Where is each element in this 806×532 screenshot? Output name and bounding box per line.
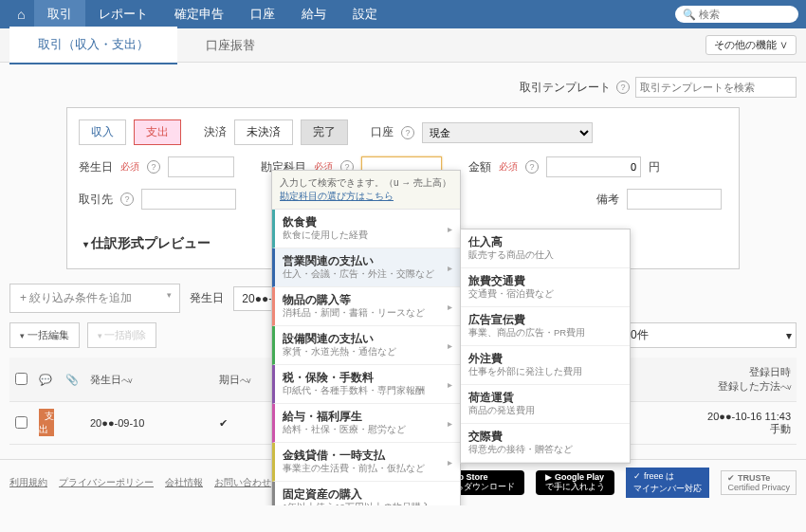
col-date[interactable]: 発生日 (84, 358, 213, 402)
home-icon[interactable]: ⌂ (8, 7, 34, 22)
truste-badge[interactable]: ✔ TRUSTeCertified Privacy (721, 470, 797, 495)
nav-transactions[interactable]: 取引 (34, 0, 85, 29)
nav-accounts[interactable]: 口座 (237, 0, 288, 29)
nav-tax[interactable]: 確定申告 (161, 0, 237, 29)
footer-link[interactable]: お問い合わせ (214, 476, 271, 489)
bulk-delete-button[interactable]: 一括削除 (87, 322, 157, 348)
dropdown-item[interactable]: 設備関連の支払い家賃・水道光熱・通信など▸ (272, 326, 460, 365)
help-icon[interactable]: ? (616, 81, 630, 94)
subject-submenu: 仕入高販売する商品の仕入旅費交通費交通費・宿泊費など広告宣伝費事業、商品の広告・… (460, 229, 631, 464)
income-button[interactable]: 収入 (79, 119, 126, 145)
dropdown-item[interactable]: 金銭貸借・一時支払事業主の生活費・前払・仮払など▸ (272, 443, 460, 482)
amount-label: 金額 (468, 159, 491, 175)
row-checkbox[interactable] (15, 416, 27, 429)
amount-input[interactable] (546, 156, 641, 177)
footer-link[interactable]: 会社情報 (165, 476, 203, 489)
partner-input[interactable] (141, 189, 236, 210)
dropdown-item[interactable]: 税・保険・手数料印紙代・各種手数料・専門家報酬▸ (272, 365, 460, 404)
date-input[interactable] (168, 156, 234, 177)
chevron-right-icon: ▸ (448, 379, 452, 390)
col-comment[interactable]: 💬 (33, 358, 60, 402)
note-label: 備考 (596, 192, 619, 208)
submenu-item[interactable]: 荷造運賃商品の発送費用 (461, 385, 630, 424)
chevron-right-icon: ▸ (448, 263, 452, 273)
expense-button[interactable]: 支出 (134, 119, 181, 145)
nav-reports[interactable]: レポート (85, 0, 161, 29)
account-select[interactable]: 現金 (422, 122, 593, 143)
submenu-item[interactable]: 外注費仕事を外部に発注した費用 (461, 346, 630, 385)
template-search-input[interactable] (635, 77, 797, 98)
global-search[interactable]: 🔍 (675, 6, 798, 23)
help-icon[interactable]: ? (120, 193, 134, 206)
footer-link[interactable]: 利用規約 (9, 476, 47, 489)
bulk-edit-button[interactable]: 一括編集 (9, 322, 80, 348)
check-icon: ✔ (219, 417, 228, 429)
per-page-select[interactable]: 0件▾ (626, 322, 797, 348)
note-input[interactable] (627, 189, 722, 210)
select-all-checkbox[interactable] (15, 373, 27, 385)
other-operations-button[interactable]: その他の機能 ∨ (705, 35, 797, 55)
mynumber-badge[interactable]: ✓ freee はマイナンバー対応 (626, 468, 709, 498)
transaction-form: 収入 支出 決済 未決済 完了 口座 ? 現金 発生日 必須 ? 勘定科目 必須… (66, 107, 740, 269)
expense-badge: 支出 (39, 409, 54, 436)
googleplay-badge[interactable]: ▶ Google Playで手に入れよう (536, 470, 614, 495)
dropdown-item[interactable]: 飲食費飲食に使用した経費▸ (272, 210, 460, 248)
chevron-right-icon: ▸ (448, 418, 452, 429)
search-input[interactable] (699, 9, 794, 20)
required-badge: 必須 (499, 160, 518, 174)
help-icon[interactable]: ? (401, 126, 414, 139)
template-label: 取引テンプレート (520, 80, 611, 96)
chevron-right-icon: ▸ (448, 340, 452, 351)
dropdown-item[interactable]: 物品の購入等消耗品・新聞・書籍・リースなど▸ (272, 287, 460, 326)
tab-transfer[interactable]: 口座振替 (177, 28, 284, 64)
dropdown-item[interactable]: 給与・福利厚生給料・社保・医療・慰労など▸ (272, 404, 460, 443)
chevron-right-icon: ▸ (448, 457, 452, 468)
partner-label: 取引先 (79, 192, 113, 208)
col-attach[interactable]: 📎 (60, 358, 84, 402)
help-icon[interactable]: ? (147, 160, 160, 174)
submenu-item[interactable]: 仕入高販売する商品の仕入 (461, 229, 630, 268)
date-label: 発生日 (79, 159, 113, 175)
dropdown-tip: 入力して検索できます。（u → 売上高） 勘定科目の選び方はこちら (272, 171, 460, 210)
top-navbar: ⌂ 取引 レポート 確定申告 口座 給与 設定 🔍 (0, 0, 806, 28)
footer-link[interactable]: プライバシーポリシー (59, 476, 154, 489)
yen-label: 円 (649, 159, 660, 175)
required-badge: 必須 (120, 160, 139, 174)
submenu-item[interactable]: 交際費得意先の接待・贈答など (461, 424, 630, 463)
unsettled-button[interactable]: 未決済 (234, 119, 293, 145)
dropdown-item[interactable]: 固定資産の購入1年以上使う10万円以上の物品購入 (272, 482, 460, 505)
subject-help-link[interactable]: 勘定科目の選び方はこちら (280, 191, 394, 201)
filter-date-label: 発生日 (190, 290, 224, 306)
done-button[interactable]: 完了 (301, 119, 348, 145)
nav-payroll[interactable]: 給与 (288, 0, 339, 29)
settlement-label: 決済 (204, 124, 227, 140)
add-filter-button[interactable]: + 絞り込み条件を追加 (9, 284, 180, 313)
nav-settings[interactable]: 設定 (339, 0, 391, 29)
subject-dropdown: 入力して検索できます。（u → 売上高） 勘定科目の選び方はこちら 飲食費飲食に… (271, 170, 461, 505)
help-icon[interactable]: ? (525, 160, 539, 174)
col-reg[interactable]: 登録日時登録した方法 (611, 358, 797, 402)
search-icon: 🔍 (683, 9, 696, 21)
chevron-down-icon: ▾ (786, 329, 792, 342)
tab-income-expense[interactable]: 取引（収入・支出） (9, 27, 177, 64)
submenu-item[interactable]: 旅費交通費交通費・宿泊費など (461, 268, 630, 307)
account-label: 口座 (371, 124, 394, 140)
chevron-right-icon: ▸ (448, 302, 452, 312)
submenu-item[interactable]: 広告宣伝費事業、商品の広告・PR費用 (461, 307, 630, 346)
chevron-right-icon: ▸ (448, 224, 452, 234)
sub-tabs: 取引（収入・支出） 口座振替 その他の機能 ∨ (0, 28, 806, 63)
dropdown-item[interactable]: 営業関連の支払い仕入・会議・広告・外注・交際など▸ (272, 248, 460, 287)
